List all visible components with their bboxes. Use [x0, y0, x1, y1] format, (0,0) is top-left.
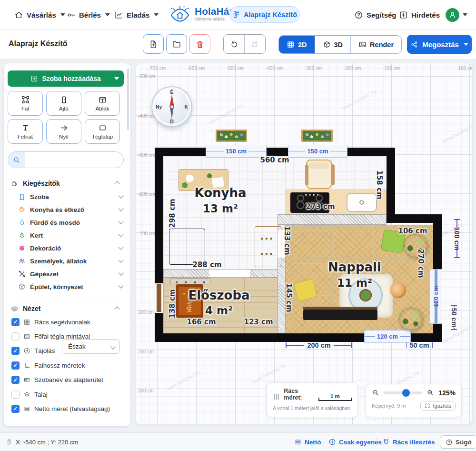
screen-size-label: Képernyő: 9 m: [372, 403, 406, 409]
compass-center: [170, 105, 174, 109]
help-button[interactable]: Súgó: [440, 435, 476, 449]
nav-segitseg[interactable]: Segítség: [354, 0, 397, 30]
cube-icon: [323, 40, 331, 49]
category-1[interactable]: Konyha és étkező: [18, 204, 124, 215]
category-0[interactable]: Szoba: [18, 191, 124, 202]
room-name-nappali[interactable]: Nappali: [328, 260, 381, 274]
orientation-select[interactable]: Észak: [62, 339, 120, 354]
drop-icon: [18, 219, 26, 226]
category-3[interactable]: Kert: [18, 230, 124, 241]
tool-felirat[interactable]: Felirat: [8, 119, 43, 144]
external-dimension: 50 cm: [406, 341, 433, 349]
nav-hirdetes[interactable]: Hirdetés: [399, 0, 440, 30]
checkbox-checked[interactable]: ✓: [11, 347, 20, 355]
dimension-label: 106 cm: [398, 227, 427, 235]
room-name-konyha[interactable]: Konyha: [194, 186, 246, 200]
coat-rack[interactable]: [170, 278, 210, 284]
eye-icon: [10, 305, 19, 313]
cat[interactable]: [390, 282, 406, 298]
fit-button[interactable]: Igazítás: [420, 401, 456, 411]
status-action-1[interactable]: Csak egyenes: [328, 433, 382, 451]
tool-ablak[interactable]: Ablak: [85, 91, 120, 116]
category-4[interactable]: Dekoráció: [18, 242, 124, 254]
brand-logo[interactable]: HolaHáz Otthonra találsz.: [169, 4, 234, 23]
nav-berles-label: Bérlés: [79, 11, 101, 19]
checkbox-unchecked[interactable]: [11, 332, 20, 341]
view-header[interactable]: Nézet: [10, 303, 124, 314]
ruler-left-label: -200 cm: [138, 191, 155, 197]
sink[interactable]: [347, 193, 377, 212]
tab-2d[interactable]: 2D: [279, 36, 315, 53]
checkbox-checked[interactable]: ✓: [11, 376, 20, 384]
delete-plan-button[interactable]: [189, 34, 210, 54]
category-6[interactable]: Gépészet: [18, 268, 124, 280]
new-plan-button[interactable]: [143, 34, 164, 54]
ruler-icon: [232, 10, 240, 19]
checkbox-unchecked[interactable]: [11, 391, 20, 399]
zoom-slider[interactable]: [384, 391, 423, 394]
partition-wall[interactable]: [278, 214, 387, 225]
open-plan-button[interactable]: [166, 34, 187, 54]
wall-top[interactable]: [155, 148, 395, 156]
redo-button[interactable]: [244, 35, 265, 53]
window-label[interactable]: 150 cm: [206, 145, 267, 158]
window-label[interactable]: 120 cm: [429, 269, 442, 324]
checkbox-checked[interactable]: ✓: [11, 405, 20, 413]
door-opening[interactable]: [209, 269, 250, 278]
plus-square-icon: [30, 75, 38, 82]
dimension-label: 166 cm: [187, 318, 216, 326]
tab-render[interactable]: Render: [350, 36, 401, 53]
nav-berles[interactable]: Bérlés: [67, 0, 110, 30]
share-button[interactable]: Megosztás: [407, 35, 472, 54]
plan-canvas[interactable]: -700 cm-600 cm-500 cm-400 cm-300 cm-200 …: [136, 63, 472, 424]
refrigerator[interactable]: [169, 229, 205, 265]
tool-fal[interactable]: Fal: [8, 91, 43, 116]
cabinet[interactable]: [255, 226, 281, 267]
undo-button[interactable]: [224, 35, 244, 53]
avatar[interactable]: [446, 8, 459, 22]
plant[interactable]: [398, 307, 423, 331]
search-input[interactable]: [25, 152, 123, 168]
accessories-header[interactable]: Kiegészítők: [10, 178, 124, 189]
view-option-0[interactable]: ✓Rács segédvonalak: [11, 317, 124, 327]
zoom-out-icon[interactable]: [372, 389, 379, 397]
checkbox-checked[interactable]: ✓: [11, 318, 20, 326]
checkbox-checked[interactable]: ✓: [11, 361, 20, 370]
armchair[interactable]: [306, 160, 332, 189]
view-option-4[interactable]: ✓Szobanév és alapterület: [11, 375, 124, 385]
nav-vasarlas[interactable]: Vásárlás: [14, 0, 65, 30]
category-7[interactable]: Épület, környezet: [18, 281, 124, 292]
wall-notch-vertical[interactable]: [387, 148, 395, 223]
category-5[interactable]: Személyek, állatok: [18, 255, 124, 267]
alaprajz-keszito-pill-button[interactable]: Alaprajz Készítő: [229, 6, 300, 23]
brand-name: HolaHáz: [195, 6, 234, 16]
compass-east-label: K: [184, 104, 188, 110]
status-action-2[interactable]: Rács illesztés: [382, 433, 435, 451]
tv-bench[interactable]: [303, 310, 377, 320]
chevron-down-icon: [118, 244, 123, 250]
zoom-slider-knob[interactable]: [402, 389, 410, 397]
category-2[interactable]: Fürdő és mosdó: [18, 217, 124, 228]
status-action-0[interactable]: Nettó: [294, 433, 321, 451]
flower-box[interactable]: [301, 130, 333, 142]
ruler-top-label: -300 cm: [305, 66, 322, 71]
add-room-button[interactable]: Szoba hozzáadása: [8, 70, 124, 87]
tool-téglalap[interactable]: Téglalap: [85, 119, 120, 144]
window-label[interactable]: 120 cm: [364, 330, 411, 343]
nav-eladas[interactable]: Eladás: [114, 0, 159, 30]
tool-ajtó[interactable]: Ajtó: [46, 91, 81, 116]
entry-door-leaf[interactable]: [157, 284, 161, 312]
flower-box[interactable]: [216, 130, 247, 142]
view-option-5[interactable]: Talaj: [11, 389, 124, 400]
zoom-in-icon[interactable]: [426, 389, 434, 397]
view-option-3[interactable]: ✓Falhossz méretek: [11, 360, 124, 371]
view-option-6[interactable]: ✓Nettó méret (falvastagság): [11, 403, 124, 414]
room-name-eloszoba[interactable]: Előszoba: [188, 288, 249, 302]
grid9-icon: [287, 40, 295, 49]
tab-3d[interactable]: 3D: [315, 36, 351, 53]
sidebar-scrollbar[interactable]: [127, 68, 129, 130]
compass[interactable]: É K D Ny: [151, 86, 192, 127]
avatar-chevron-icon[interactable]: [463, 13, 467, 16]
window-label[interactable]: 150 cm: [288, 145, 347, 158]
tool-nyíl[interactable]: Nyíl: [46, 119, 81, 144]
